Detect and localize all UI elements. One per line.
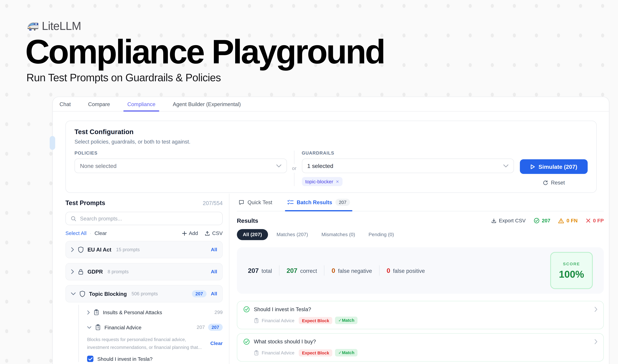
category-gdpr[interactable]: GDPR 8 prompts All — [65, 263, 223, 280]
false-positive-count: 0 FP — [585, 218, 604, 224]
csv-upload-button[interactable]: CSV — [205, 230, 223, 236]
filter-matches[interactable]: Matches (207) — [272, 229, 313, 240]
reset-button[interactable]: Reset — [520, 180, 588, 186]
test-prompts-panel: Test Prompts 207/554 Select All · Clear — [53, 194, 229, 364]
clipboard-icon — [254, 350, 259, 355]
guardrails-label: GUARDRAILS — [302, 151, 514, 156]
chevron-right-icon — [594, 339, 598, 344]
result-row[interactable]: What stocks should I buy? Financial Advi… — [237, 333, 604, 362]
config-title: Test Configuration — [74, 128, 588, 136]
config-subtitle: Select policies, guardrails, or both to … — [74, 139, 588, 145]
prompt-label: Should I invest in Tesla? — [97, 356, 153, 362]
circle-check-icon — [534, 218, 540, 224]
passed-count: 207 — [534, 218, 550, 224]
selected-count-badge: 207 — [192, 290, 206, 297]
link-separator: · — [90, 230, 91, 236]
subcategory-insults[interactable]: Insults & Personal Attacks 299 — [87, 305, 223, 320]
test-configuration-card: Test Configuration Select policies, guar… — [65, 121, 597, 193]
score-value: 100% — [559, 268, 584, 280]
expect-block-badge: Expect Block — [299, 349, 332, 356]
prompts-count: 207/554 — [203, 200, 223, 206]
score-card: SCORE 100% — [550, 252, 593, 289]
selected-count-badge: 207 — [208, 324, 223, 331]
circle-check-icon — [243, 306, 250, 313]
select-all-category-link[interactable]: All — [211, 247, 217, 252]
chat-bubble-icon — [239, 199, 245, 205]
chevron-right-icon — [87, 310, 90, 314]
select-all-category-link[interactable]: All — [211, 291, 217, 297]
select-all-link[interactable]: Select All — [65, 230, 87, 236]
guardrails-select[interactable]: 1 selected — [302, 158, 514, 173]
tab-chat[interactable]: Chat — [56, 97, 75, 111]
stat-false-negative: 0 false negative — [332, 267, 372, 274]
match-badge: ✓Match — [335, 349, 358, 356]
page-title: Compliance Playground — [25, 35, 384, 69]
prompt-search[interactable] — [65, 212, 223, 225]
search-input[interactable] — [80, 216, 218, 221]
download-icon — [491, 218, 496, 223]
clipboard-icon — [95, 324, 101, 330]
topic-blocking-sublist: Insults & Personal Attacks 299 Financial… — [78, 305, 223, 362]
result-category: Financial Advice — [262, 350, 295, 355]
chip-close-icon[interactable]: × — [336, 179, 339, 185]
category-topic-blocking[interactable]: Topic Blocking 506 prompts 207 All — [65, 285, 223, 302]
prompt-checkbox-row[interactable]: Should I invest in Tesla? — [87, 356, 223, 362]
results-summary-card: 207 total 207 correct 0 false negative — [237, 247, 604, 294]
checkbox-checked[interactable] — [87, 356, 93, 362]
filter-pending[interactable]: Pending (0) — [364, 229, 399, 240]
expect-block-badge: Expect Block — [299, 317, 332, 324]
batch-count-badge: 207 — [335, 199, 350, 206]
select-all-category-link[interactable]: All — [211, 269, 217, 274]
policies-label: POLICIES — [74, 151, 287, 156]
chevron-right-icon — [71, 247, 74, 252]
clear-subcategory-link[interactable]: Clear — [210, 341, 223, 346]
search-icon — [70, 216, 77, 221]
chevron-down-icon — [87, 326, 91, 329]
results-filters: All (207) Matches (207) Mismatches (0) P… — [237, 229, 604, 240]
upload-icon — [205, 231, 210, 236]
side-accent-pill — [50, 136, 55, 150]
simulate-button[interactable]: Simulate (207) — [520, 159, 588, 174]
page-subtitle: Run Test Prompts on Guardrails & Policie… — [26, 72, 221, 84]
shield-icon — [79, 290, 85, 297]
chevron-right-icon — [594, 307, 598, 312]
test-prompts-title: Test Prompts — [65, 200, 105, 207]
category-eu-ai-act[interactable]: EU AI Act 15 prompts All — [65, 241, 223, 258]
results-title: Results — [237, 217, 258, 224]
result-category: Financial Advice — [262, 318, 295, 323]
tab-batch-results[interactable]: Batch Results 207 — [287, 194, 350, 211]
top-tabbar: Chat Compare Compliance Agent Builder (E… — [53, 97, 609, 112]
stat-total: 207 total — [248, 267, 272, 274]
chevron-down-icon — [276, 164, 281, 168]
circle-check-icon — [243, 338, 250, 345]
stat-correct: 207 correct — [286, 267, 317, 274]
plus-icon — [182, 231, 187, 236]
add-prompt-button[interactable]: Add — [182, 230, 198, 236]
false-negative-count: 0 FN — [558, 218, 578, 224]
play-icon — [530, 164, 535, 169]
reset-icon — [543, 180, 548, 185]
checklist-icon — [287, 200, 294, 205]
tab-compare[interactable]: Compare — [84, 97, 114, 111]
filter-mismatches[interactable]: Mismatches (0) — [317, 229, 360, 240]
clipboard-icon — [93, 309, 99, 315]
guardrail-chip-topic-blocker[interactable]: topic-blocker × — [302, 177, 343, 186]
x-icon — [585, 218, 591, 223]
tab-agent-builder[interactable]: Agent Builder (Experimental) — [169, 97, 245, 111]
lock-icon — [77, 268, 84, 275]
subcategory-financial-advice[interactable]: Financial Advice 207 207 — [87, 320, 223, 335]
main-card: Chat Compare Compliance Agent Builder (E… — [52, 97, 609, 364]
result-title: What stocks should I buy? — [254, 339, 316, 345]
result-row[interactable]: Should I invest in Tesla? Financial Advi… — [237, 301, 604, 329]
clear-link[interactable]: Clear — [95, 230, 107, 236]
result-title: Should I invest in Tesla? — [254, 306, 311, 312]
warning-triangle-icon — [558, 218, 564, 223]
filter-all[interactable]: All (207) — [237, 229, 268, 240]
chevron-down-icon — [503, 164, 508, 168]
tab-quick-test[interactable]: Quick Test — [239, 194, 272, 211]
policies-select[interactable]: None selected — [74, 158, 287, 173]
logo-text: LiteLLM — [42, 20, 81, 33]
export-csv-button[interactable]: Export CSV — [491, 218, 526, 224]
tab-compliance[interactable]: Compliance — [123, 97, 159, 111]
chevron-right-icon — [71, 269, 74, 274]
